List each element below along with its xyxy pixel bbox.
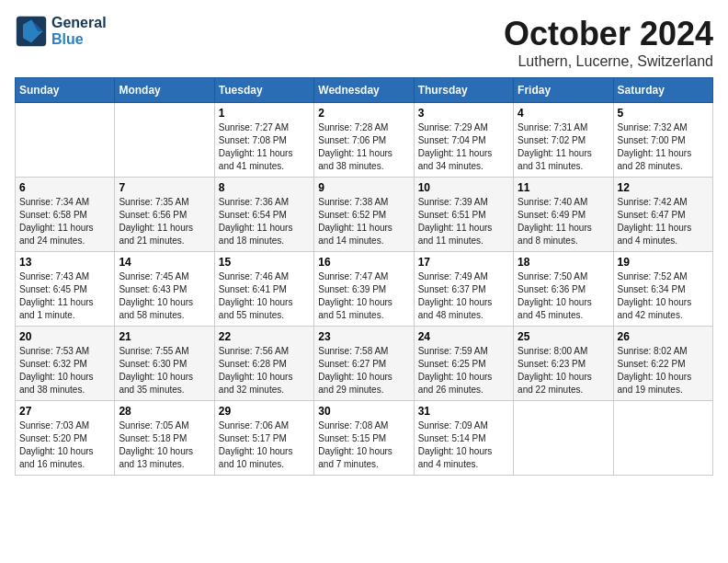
calendar-week-row: 27Sunrise: 7:03 AM Sunset: 5:20 PM Dayli… bbox=[16, 401, 713, 476]
calendar-cell: 22Sunrise: 7:56 AM Sunset: 6:28 PM Dayli… bbox=[214, 327, 313, 401]
calendar-cell: 16Sunrise: 7:47 AM Sunset: 6:39 PM Dayli… bbox=[314, 252, 414, 327]
day-number: 10 bbox=[418, 181, 509, 194]
day-info: Sunrise: 7:56 AM Sunset: 6:28 PM Dayligh… bbox=[219, 345, 310, 396]
day-info: Sunrise: 7:38 AM Sunset: 6:52 PM Dayligh… bbox=[318, 196, 409, 247]
day-number: 18 bbox=[518, 256, 609, 269]
day-number: 17 bbox=[418, 256, 509, 269]
day-info: Sunrise: 7:53 AM Sunset: 6:32 PM Dayligh… bbox=[19, 345, 110, 396]
day-info: Sunrise: 7:35 AM Sunset: 6:56 PM Dayligh… bbox=[119, 196, 210, 247]
day-info: Sunrise: 7:43 AM Sunset: 6:45 PM Dayligh… bbox=[19, 270, 110, 322]
calendar-week-row: 1Sunrise: 7:27 AM Sunset: 7:08 PM Daylig… bbox=[16, 103, 713, 178]
calendar-cell: 24Sunrise: 7:59 AM Sunset: 6:25 PM Dayli… bbox=[414, 327, 513, 401]
day-number: 3 bbox=[418, 107, 509, 120]
logo: General Blue bbox=[15, 15, 107, 48]
location-title: Luthern, Lucerne, Switzerland bbox=[504, 53, 713, 70]
calendar-cell: 25Sunrise: 8:00 AM Sunset: 6:23 PM Dayli… bbox=[514, 327, 613, 401]
calendar-cell: 29Sunrise: 7:06 AM Sunset: 5:17 PM Dayli… bbox=[214, 401, 313, 476]
day-info: Sunrise: 7:36 AM Sunset: 6:54 PM Dayligh… bbox=[219, 196, 310, 247]
page-header: General Blue October 2024 Luthern, Lucer… bbox=[15, 15, 713, 70]
calendar-week-row: 13Sunrise: 7:43 AM Sunset: 6:45 PM Dayli… bbox=[16, 252, 713, 327]
day-number: 4 bbox=[518, 107, 609, 120]
weekday-header-friday: Friday bbox=[514, 78, 613, 103]
calendar-cell: 4Sunrise: 7:31 AM Sunset: 7:02 PM Daylig… bbox=[514, 103, 613, 178]
calendar-cell: 8Sunrise: 7:36 AM Sunset: 6:54 PM Daylig… bbox=[214, 178, 313, 252]
month-title: October 2024 bbox=[504, 15, 713, 53]
calendar-cell bbox=[115, 103, 214, 178]
logo-text: General Blue bbox=[51, 15, 107, 48]
calendar-week-row: 20Sunrise: 7:53 AM Sunset: 6:32 PM Dayli… bbox=[16, 327, 713, 401]
day-number: 9 bbox=[318, 181, 409, 194]
day-info: Sunrise: 7:31 AM Sunset: 7:02 PM Dayligh… bbox=[518, 121, 609, 173]
day-info: Sunrise: 7:08 AM Sunset: 5:15 PM Dayligh… bbox=[318, 419, 409, 471]
day-info: Sunrise: 7:27 AM Sunset: 7:08 PM Dayligh… bbox=[219, 121, 310, 173]
weekday-header-wednesday: Wednesday bbox=[314, 78, 414, 103]
weekday-header-saturday: Saturday bbox=[613, 78, 712, 103]
day-number: 22 bbox=[219, 330, 310, 343]
calendar-title-area: October 2024 Luthern, Lucerne, Switzerla… bbox=[504, 15, 713, 70]
day-info: Sunrise: 7:09 AM Sunset: 5:14 PM Dayligh… bbox=[418, 419, 509, 471]
day-info: Sunrise: 7:03 AM Sunset: 5:20 PM Dayligh… bbox=[19, 419, 110, 471]
weekday-header-tuesday: Tuesday bbox=[214, 78, 313, 103]
calendar-cell: 3Sunrise: 7:29 AM Sunset: 7:04 PM Daylig… bbox=[414, 103, 513, 178]
day-info: Sunrise: 7:47 AM Sunset: 6:39 PM Dayligh… bbox=[318, 270, 409, 322]
calendar-cell: 7Sunrise: 7:35 AM Sunset: 6:56 PM Daylig… bbox=[115, 178, 214, 252]
day-info: Sunrise: 7:40 AM Sunset: 6:49 PM Dayligh… bbox=[518, 196, 609, 247]
day-info: Sunrise: 7:42 AM Sunset: 6:47 PM Dayligh… bbox=[618, 196, 709, 247]
day-info: Sunrise: 7:50 AM Sunset: 6:36 PM Dayligh… bbox=[518, 270, 609, 322]
calendar-cell: 15Sunrise: 7:46 AM Sunset: 6:41 PM Dayli… bbox=[214, 252, 313, 327]
day-number: 1 bbox=[219, 107, 310, 120]
day-number: 25 bbox=[518, 330, 609, 343]
day-info: Sunrise: 7:39 AM Sunset: 6:51 PM Dayligh… bbox=[418, 196, 509, 247]
calendar-cell: 5Sunrise: 7:32 AM Sunset: 7:00 PM Daylig… bbox=[613, 103, 712, 178]
day-info: Sunrise: 7:32 AM Sunset: 7:00 PM Dayligh… bbox=[618, 121, 709, 173]
calendar-cell: 2Sunrise: 7:28 AM Sunset: 7:06 PM Daylig… bbox=[314, 103, 414, 178]
calendar-cell: 10Sunrise: 7:39 AM Sunset: 6:51 PM Dayli… bbox=[414, 178, 513, 252]
calendar-cell: 11Sunrise: 7:40 AM Sunset: 6:49 PM Dayli… bbox=[514, 178, 613, 252]
calendar-cell: 31Sunrise: 7:09 AM Sunset: 5:14 PM Dayli… bbox=[414, 401, 513, 476]
calendar-cell: 28Sunrise: 7:05 AM Sunset: 5:18 PM Dayli… bbox=[115, 401, 214, 476]
day-number: 26 bbox=[618, 330, 709, 343]
calendar-table: SundayMondayTuesdayWednesdayThursdayFrid… bbox=[15, 77, 713, 476]
day-info: Sunrise: 7:34 AM Sunset: 6:58 PM Dayligh… bbox=[19, 196, 110, 247]
calendar-cell: 18Sunrise: 7:50 AM Sunset: 6:36 PM Dayli… bbox=[514, 252, 613, 327]
day-number: 16 bbox=[318, 256, 409, 269]
calendar-cell: 27Sunrise: 7:03 AM Sunset: 5:20 PM Dayli… bbox=[16, 401, 115, 476]
day-number: 24 bbox=[418, 330, 509, 343]
day-number: 8 bbox=[219, 181, 310, 194]
weekday-header-thursday: Thursday bbox=[414, 78, 513, 103]
day-info: Sunrise: 7:59 AM Sunset: 6:25 PM Dayligh… bbox=[418, 345, 509, 396]
day-info: Sunrise: 7:28 AM Sunset: 7:06 PM Dayligh… bbox=[318, 121, 409, 173]
weekday-header-sunday: Sunday bbox=[16, 78, 115, 103]
day-number: 30 bbox=[318, 405, 409, 418]
day-info: Sunrise: 7:29 AM Sunset: 7:04 PM Dayligh… bbox=[418, 121, 509, 173]
day-number: 29 bbox=[219, 405, 310, 418]
calendar-cell: 12Sunrise: 7:42 AM Sunset: 6:47 PM Dayli… bbox=[613, 178, 712, 252]
day-info: Sunrise: 7:52 AM Sunset: 6:34 PM Dayligh… bbox=[618, 270, 709, 322]
calendar-cell bbox=[514, 401, 613, 476]
day-info: Sunrise: 8:00 AM Sunset: 6:23 PM Dayligh… bbox=[518, 345, 609, 396]
day-info: Sunrise: 7:49 AM Sunset: 6:37 PM Dayligh… bbox=[418, 270, 509, 322]
day-number: 23 bbox=[318, 330, 409, 343]
day-number: 14 bbox=[119, 256, 210, 269]
day-number: 20 bbox=[19, 330, 110, 343]
day-info: Sunrise: 7:58 AM Sunset: 6:27 PM Dayligh… bbox=[318, 345, 409, 396]
calendar-cell: 13Sunrise: 7:43 AM Sunset: 6:45 PM Dayli… bbox=[16, 252, 115, 327]
day-info: Sunrise: 7:55 AM Sunset: 6:30 PM Dayligh… bbox=[119, 345, 210, 396]
day-number: 21 bbox=[119, 330, 210, 343]
day-number: 5 bbox=[618, 107, 709, 120]
day-number: 15 bbox=[219, 256, 310, 269]
calendar-cell: 21Sunrise: 7:55 AM Sunset: 6:30 PM Dayli… bbox=[115, 327, 214, 401]
calendar-cell bbox=[16, 103, 115, 178]
weekday-header-monday: Monday bbox=[115, 78, 214, 103]
day-info: Sunrise: 7:45 AM Sunset: 6:43 PM Dayligh… bbox=[119, 270, 210, 322]
day-number: 12 bbox=[618, 181, 709, 194]
calendar-week-row: 6Sunrise: 7:34 AM Sunset: 6:58 PM Daylig… bbox=[16, 178, 713, 252]
day-number: 13 bbox=[19, 256, 110, 269]
day-info: Sunrise: 7:46 AM Sunset: 6:41 PM Dayligh… bbox=[219, 270, 310, 322]
logo-icon bbox=[15, 15, 48, 48]
calendar-cell: 23Sunrise: 7:58 AM Sunset: 6:27 PM Dayli… bbox=[314, 327, 414, 401]
calendar-cell: 14Sunrise: 7:45 AM Sunset: 6:43 PM Dayli… bbox=[115, 252, 214, 327]
day-info: Sunrise: 7:05 AM Sunset: 5:18 PM Dayligh… bbox=[119, 419, 210, 471]
day-number: 11 bbox=[518, 181, 609, 194]
calendar-cell: 30Sunrise: 7:08 AM Sunset: 5:15 PM Dayli… bbox=[314, 401, 414, 476]
